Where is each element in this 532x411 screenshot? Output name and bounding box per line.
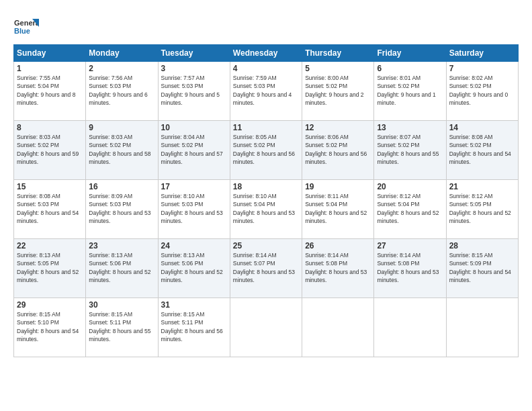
calendar-cell: 23Sunrise: 8:13 AMSunset: 5:06 PMDayligh… xyxy=(86,239,158,298)
weekday-label: Thursday xyxy=(302,45,374,62)
day-number: 8 xyxy=(17,123,83,132)
day-number: 22 xyxy=(17,241,83,250)
day-info: Sunrise: 8:00 AMSunset: 5:02 PMDaylight:… xyxy=(305,74,371,107)
calendar-week-row: 15Sunrise: 8:08 AMSunset: 5:03 PMDayligh… xyxy=(14,180,519,239)
day-number: 5 xyxy=(305,64,371,73)
calendar-week-row: 1Sunrise: 7:55 AMSunset: 5:04 PMDaylight… xyxy=(14,62,519,121)
day-number: 6 xyxy=(377,64,443,73)
calendar-cell: 1Sunrise: 7:55 AMSunset: 5:04 PMDaylight… xyxy=(14,62,86,121)
calendar-week-row: 22Sunrise: 8:13 AMSunset: 5:05 PMDayligh… xyxy=(14,239,519,298)
day-info: Sunrise: 7:55 AMSunset: 5:04 PMDaylight:… xyxy=(17,74,83,107)
calendar-cell: 16Sunrise: 8:09 AMSunset: 5:03 PMDayligh… xyxy=(86,180,158,239)
calendar-cell: 11Sunrise: 8:05 AMSunset: 5:02 PMDayligh… xyxy=(230,121,302,180)
calendar-cell: 27Sunrise: 8:14 AMSunset: 5:08 PMDayligh… xyxy=(374,239,446,298)
weekday-label: Wednesday xyxy=(230,45,302,62)
day-number: 3 xyxy=(161,64,227,73)
day-number: 27 xyxy=(377,241,443,250)
day-number: 24 xyxy=(161,241,227,250)
calendar-cell: 10Sunrise: 8:04 AMSunset: 5:02 PMDayligh… xyxy=(158,121,230,180)
calendar-cell: 29Sunrise: 8:15 AMSunset: 5:10 PMDayligh… xyxy=(14,298,86,357)
day-number: 1 xyxy=(17,64,83,73)
day-info: Sunrise: 8:15 AMSunset: 5:11 PMDaylight:… xyxy=(161,310,227,343)
day-number: 30 xyxy=(89,300,154,310)
day-info: Sunrise: 8:11 AMSunset: 5:04 PMDaylight:… xyxy=(305,192,371,225)
day-info: Sunrise: 8:09 AMSunset: 5:03 PMDaylight:… xyxy=(89,192,154,225)
calendar-cell: 6Sunrise: 8:01 AMSunset: 5:02 PMDaylight… xyxy=(374,62,446,121)
day-info: Sunrise: 8:12 AMSunset: 5:05 PMDaylight:… xyxy=(449,192,515,225)
day-number: 4 xyxy=(233,64,299,73)
calendar-cell: 21Sunrise: 8:12 AMSunset: 5:05 PMDayligh… xyxy=(446,180,518,239)
calendar-cell: 5Sunrise: 8:00 AMSunset: 5:02 PMDaylight… xyxy=(302,62,374,121)
page: General Blue SundayMondayTuesdayWednesda… xyxy=(0,0,532,411)
day-info: Sunrise: 8:01 AMSunset: 5:02 PMDaylight:… xyxy=(377,74,443,107)
calendar-cell: 22Sunrise: 8:13 AMSunset: 5:05 PMDayligh… xyxy=(14,239,86,298)
day-number: 19 xyxy=(305,182,371,191)
header: General Blue xyxy=(13,13,519,39)
calendar-cell: 26Sunrise: 8:14 AMSunset: 5:08 PMDayligh… xyxy=(302,239,374,298)
calendar-table: SundayMondayTuesdayWednesdayThursdayFrid… xyxy=(13,44,519,357)
day-info: Sunrise: 7:59 AMSunset: 5:03 PMDaylight:… xyxy=(233,74,299,107)
day-number: 17 xyxy=(161,182,227,191)
day-info: Sunrise: 8:14 AMSunset: 5:08 PMDaylight:… xyxy=(305,251,371,284)
day-info: Sunrise: 8:07 AMSunset: 5:02 PMDaylight:… xyxy=(377,133,443,166)
day-info: Sunrise: 8:13 AMSunset: 5:06 PMDaylight:… xyxy=(89,251,154,284)
calendar-cell: 3Sunrise: 7:57 AMSunset: 5:03 PMDaylight… xyxy=(158,62,230,121)
calendar-cell: 15Sunrise: 8:08 AMSunset: 5:03 PMDayligh… xyxy=(14,180,86,239)
day-info: Sunrise: 8:02 AMSunset: 5:02 PMDaylight:… xyxy=(449,74,515,107)
weekday-header-row: SundayMondayTuesdayWednesdayThursdayFrid… xyxy=(14,45,519,62)
weekday-label: Saturday xyxy=(446,45,518,62)
calendar-cell: 30Sunrise: 8:15 AMSunset: 5:11 PMDayligh… xyxy=(86,298,158,357)
day-number: 18 xyxy=(233,182,299,191)
calendar-cell: 7Sunrise: 8:02 AMSunset: 5:02 PMDaylight… xyxy=(446,62,518,121)
calendar-cell xyxy=(446,298,518,357)
calendar-cell: 31Sunrise: 8:15 AMSunset: 5:11 PMDayligh… xyxy=(158,298,230,357)
logo-icon: General Blue xyxy=(13,13,39,39)
calendar-cell: 8Sunrise: 8:03 AMSunset: 5:02 PMDaylight… xyxy=(14,121,86,180)
day-info: Sunrise: 7:56 AMSunset: 5:03 PMDaylight:… xyxy=(89,74,154,107)
calendar-cell: 25Sunrise: 8:14 AMSunset: 5:07 PMDayligh… xyxy=(230,239,302,298)
calendar-cell: 18Sunrise: 8:10 AMSunset: 5:04 PMDayligh… xyxy=(230,180,302,239)
day-info: Sunrise: 8:03 AMSunset: 5:02 PMDaylight:… xyxy=(89,133,154,166)
calendar-cell xyxy=(230,298,302,357)
day-number: 31 xyxy=(161,300,227,310)
day-number: 2 xyxy=(89,64,154,73)
svg-text:Blue: Blue xyxy=(14,27,30,35)
day-number: 21 xyxy=(449,182,515,191)
weekday-label: Sunday xyxy=(14,45,86,62)
weekday-label: Friday xyxy=(374,45,446,62)
day-number: 10 xyxy=(161,123,227,132)
weekday-label: Tuesday xyxy=(158,45,230,62)
day-info: Sunrise: 8:13 AMSunset: 5:05 PMDaylight:… xyxy=(17,251,83,284)
day-info: Sunrise: 8:15 AMSunset: 5:10 PMDaylight:… xyxy=(17,310,83,343)
day-info: Sunrise: 8:08 AMSunset: 5:02 PMDaylight:… xyxy=(449,133,515,166)
day-info: Sunrise: 8:15 AMSunset: 5:09 PMDaylight:… xyxy=(449,251,515,284)
day-info: Sunrise: 8:14 AMSunset: 5:07 PMDaylight:… xyxy=(233,251,299,284)
day-number: 25 xyxy=(233,241,299,250)
weekday-label: Monday xyxy=(86,45,158,62)
day-number: 9 xyxy=(89,123,154,132)
day-info: Sunrise: 8:10 AMSunset: 5:03 PMDaylight:… xyxy=(161,192,227,225)
calendar-cell: 19Sunrise: 8:11 AMSunset: 5:04 PMDayligh… xyxy=(302,180,374,239)
day-info: Sunrise: 8:15 AMSunset: 5:11 PMDaylight:… xyxy=(89,310,154,343)
day-number: 28 xyxy=(449,241,515,250)
day-number: 23 xyxy=(89,241,154,250)
day-info: Sunrise: 8:03 AMSunset: 5:02 PMDaylight:… xyxy=(17,133,83,166)
day-info: Sunrise: 8:12 AMSunset: 5:04 PMDaylight:… xyxy=(377,192,443,225)
day-info: Sunrise: 7:57 AMSunset: 5:03 PMDaylight:… xyxy=(161,74,227,107)
calendar-cell: 4Sunrise: 7:59 AMSunset: 5:03 PMDaylight… xyxy=(230,62,302,121)
calendar-body: 1Sunrise: 7:55 AMSunset: 5:04 PMDaylight… xyxy=(14,62,519,357)
calendar-cell: 17Sunrise: 8:10 AMSunset: 5:03 PMDayligh… xyxy=(158,180,230,239)
day-info: Sunrise: 8:04 AMSunset: 5:02 PMDaylight:… xyxy=(161,133,227,166)
calendar-cell: 13Sunrise: 8:07 AMSunset: 5:02 PMDayligh… xyxy=(374,121,446,180)
day-info: Sunrise: 8:14 AMSunset: 5:08 PMDaylight:… xyxy=(377,251,443,284)
day-number: 13 xyxy=(377,123,443,132)
calendar-week-row: 29Sunrise: 8:15 AMSunset: 5:10 PMDayligh… xyxy=(14,298,519,357)
calendar-cell: 2Sunrise: 7:56 AMSunset: 5:03 PMDaylight… xyxy=(86,62,158,121)
day-number: 16 xyxy=(89,182,154,191)
day-number: 15 xyxy=(17,182,83,191)
calendar-cell: 14Sunrise: 8:08 AMSunset: 5:02 PMDayligh… xyxy=(446,121,518,180)
day-info: Sunrise: 8:05 AMSunset: 5:02 PMDaylight:… xyxy=(233,133,299,166)
day-number: 12 xyxy=(305,123,371,132)
day-number: 11 xyxy=(233,123,299,132)
calendar-cell xyxy=(374,298,446,357)
